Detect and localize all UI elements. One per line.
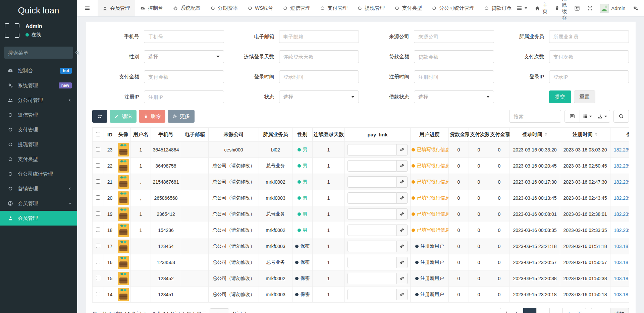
login-ip-input[interactable]: [549, 70, 629, 83]
sidebar-search[interactable]: [4, 47, 73, 59]
pay-link-input[interactable]: [347, 144, 397, 155]
sidebar-item-sms[interactable]: 短信管理: [0, 108, 77, 122]
tab-payment[interactable]: 支付管理: [315, 0, 353, 16]
select-all-checkbox[interactable]: [96, 132, 100, 136]
row-checkbox[interactable]: [96, 244, 100, 248]
tab-system-config[interactable]: 系统配置: [168, 0, 206, 16]
sidebar-search-input[interactable]: [8, 50, 75, 56]
status-select[interactable]: 选择: [279, 90, 359, 103]
row-checkbox[interactable]: [96, 179, 100, 184]
loan-amount-input[interactable]: [414, 50, 494, 63]
submit-button[interactable]: 提交: [549, 90, 571, 103]
prev-page-button[interactable]: 上一页: [500, 308, 524, 313]
page-button-3[interactable]: 3: [549, 308, 563, 313]
ip-link[interactable]: 182.239.: [614, 228, 629, 233]
per-page-select[interactable]: 10: [210, 308, 229, 313]
pay-link-input[interactable]: [347, 289, 397, 300]
phone-input[interactable]: [144, 30, 224, 43]
detail-view-button[interactable]: [565, 110, 580, 123]
sidebar-item-branch[interactable]: 分公司管理: [0, 93, 77, 108]
nav-clear-cache[interactable]: 清除缓存: [555, 0, 567, 21]
nav-menu-dropdown[interactable]: [517, 5, 527, 11]
pay-link-input[interactable]: [347, 241, 397, 252]
pay-link-input[interactable]: [347, 225, 397, 236]
sidebar-item-members[interactable]: 会员管理: [0, 196, 77, 211]
page-button-1[interactable]: 1: [523, 308, 537, 313]
sidebar-item-dashboard[interactable]: 控制台 hot: [0, 63, 77, 78]
pay-count-input[interactable]: [549, 50, 629, 63]
pay-link-input[interactable]: [347, 160, 397, 172]
pay-link-button[interactable]: [397, 208, 408, 220]
row-checkbox[interactable]: [96, 211, 100, 216]
ip-link[interactable]: 182.239.: [614, 195, 629, 201]
sort-icon[interactable]: [595, 132, 598, 136]
login-time-input[interactable]: [279, 70, 359, 83]
nav-settings[interactable]: [633, 5, 639, 11]
page-button-2[interactable]: 2: [536, 308, 550, 313]
tab-pay-type[interactable]: 支付类型: [390, 0, 427, 16]
pay-link-input[interactable]: [347, 273, 397, 284]
tab-withdraw[interactable]: 提现管理: [353, 0, 390, 16]
ip-link[interactable]: 182.239.: [614, 179, 629, 185]
nav-user[interactable]: Admin: [600, 4, 626, 13]
row-checkbox[interactable]: [96, 195, 100, 200]
columns-button[interactable]: [580, 110, 595, 123]
jump-button[interactable]: 跳转: [610, 308, 629, 313]
tab-branch-stats[interactable]: 分公司统计管理: [427, 0, 479, 16]
gender-select[interactable]: 选择: [144, 50, 224, 63]
pay-link-input[interactable]: [347, 257, 397, 268]
refresh-button[interactable]: [92, 110, 107, 123]
sidebar-item-members-sub[interactable]: 会员管理: [0, 211, 77, 226]
header-select-all[interactable]: [93, 128, 104, 142]
register-time-input[interactable]: [414, 70, 494, 83]
row-checkbox[interactable]: [96, 292, 100, 296]
tab-dashboard[interactable]: 控制台: [135, 0, 168, 16]
login-days-input[interactable]: [279, 50, 359, 63]
pay-link-input[interactable]: [347, 208, 397, 220]
pay-link-button[interactable]: [397, 257, 408, 268]
row-checkbox[interactable]: [96, 163, 100, 168]
register-ip-input[interactable]: [144, 90, 224, 103]
pay-link-input[interactable]: [347, 176, 397, 188]
pay-amount-input[interactable]: [144, 70, 224, 83]
ip-link[interactable]: 103.187.: [614, 276, 629, 281]
sidebar-item-marketing[interactable]: 营销管理: [0, 181, 77, 196]
sidebar-item-branch-stats[interactable]: 分公司统计管理: [0, 167, 77, 181]
next-page-button[interactable]: 下一页: [562, 308, 586, 313]
header-register-time[interactable]: 注册时间: [560, 128, 610, 142]
loan-status-select[interactable]: 选择: [414, 90, 494, 103]
pay-link-button[interactable]: [397, 160, 408, 172]
sort-icon[interactable]: [544, 132, 547, 136]
delete-button[interactable]: 删除: [139, 110, 165, 123]
pay-link-button[interactable]: [397, 192, 408, 204]
reset-button[interactable]: 重置: [574, 90, 595, 103]
tab-installment-rate[interactable]: 分期费率: [206, 0, 243, 16]
search-button[interactable]: [613, 110, 629, 123]
tab-members[interactable]: 会员管理: [98, 0, 135, 16]
nav-home[interactable]: 主页: [535, 2, 547, 15]
header-login-time[interactable]: 登录时间: [510, 128, 560, 142]
tab-loan-orders[interactable]: 贷款订单: [479, 0, 517, 16]
tab-sms[interactable]: 短信管理: [278, 0, 315, 16]
search-icon[interactable]: [75, 50, 80, 55]
nav-fullscreen[interactable]: [587, 6, 593, 11]
ip-link[interactable]: 182.239.: [614, 163, 629, 169]
sidebar-item-system[interactable]: 系统管理 new: [0, 78, 77, 93]
pay-link-button[interactable]: [397, 144, 408, 155]
row-checkbox[interactable]: [96, 228, 100, 232]
ip-link[interactable]: 103.187.: [614, 260, 629, 265]
row-checkbox[interactable]: [96, 260, 100, 264]
agent-input[interactable]: [549, 30, 629, 43]
row-checkbox[interactable]: [96, 147, 100, 151]
pay-link-button[interactable]: [397, 225, 408, 236]
row-checkbox[interactable]: [96, 276, 100, 280]
ip-link[interactable]: 103.187.: [614, 244, 629, 249]
email-input[interactable]: [279, 30, 359, 43]
nav-refresh-page[interactable]: [574, 5, 580, 11]
tab-ws-account[interactable]: WS账号: [243, 0, 278, 16]
export-button[interactable]: [595, 110, 610, 123]
pay-link-button[interactable]: [397, 273, 408, 284]
pay-link-button[interactable]: [397, 289, 408, 300]
ip-link[interactable]: 182.239.: [614, 147, 629, 152]
pay-link-button[interactable]: [397, 241, 408, 252]
